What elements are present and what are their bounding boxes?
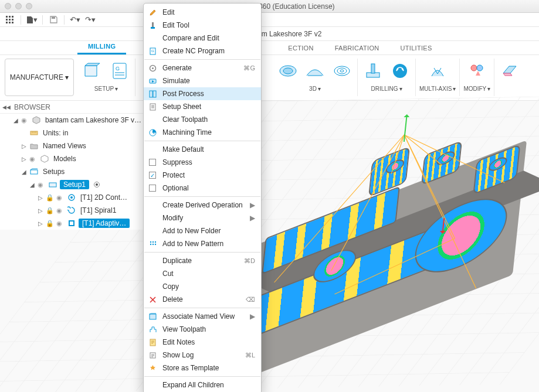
menu-item-modify[interactable]: Modify▶ — [144, 212, 261, 224]
menu-item-label: Copy — [162, 282, 255, 291]
blank-icon — [147, 114, 158, 125]
tab-fabrication[interactable]: FABRICATION — [324, 42, 390, 54]
undo-icon[interactable]: ↶▾ — [69, 14, 82, 26]
menu-item-machining-time[interactable]: Machining Time — [144, 126, 261, 139]
browser-op-2dcontour[interactable]: ▷ 🔒◉ [T1] 2D Cont… — [0, 191, 152, 204]
svg-text:G: G — [151, 49, 154, 53]
modify-icon[interactable] — [465, 59, 489, 83]
ribbon-group-multiaxis-label[interactable]: MULTI-AXIS ▾ — [419, 86, 456, 92]
menu-item-add-to-new-pattern[interactable]: Add to New Pattern — [144, 237, 261, 250]
svg-rect-5 — [12, 19, 13, 21]
redo-icon[interactable]: ↷▾ — [84, 14, 97, 26]
svg-rect-2 — [12, 16, 13, 18]
menu-item-label: Expand All Children — [162, 381, 255, 389]
active-setup-indicator[interactable] — [94, 182, 100, 188]
menu-item-view-toolpath[interactable]: View Toolpath — [144, 323, 261, 336]
menu-item-suppress[interactable]: Suppress — [144, 156, 261, 169]
menu-item-label: View Toolpath — [162, 325, 255, 333]
menu-item-create-nc-program[interactable]: GCreate NC Program — [144, 45, 261, 57]
svg-rect-35 — [152, 22, 154, 27]
notes-icon — [147, 337, 158, 347]
browser-named-views[interactable]: ▷ Named Views — [0, 139, 152, 152]
browser-op-adaptive[interactable]: ▷ 🔒◉ [T1] Adaptiv… — [0, 217, 152, 230]
browser-setups[interactable]: ◢ Setups — [0, 165, 152, 178]
menu-item-duplicate[interactable]: Duplicate⌘D — [144, 254, 261, 267]
menu-item-label: Modify — [162, 214, 245, 222]
app-grid-icon[interactable] — [4, 14, 16, 26]
browser-setup1[interactable]: ◢ ◉ Setup1 — [0, 178, 152, 191]
menu-item-label: Clear Toolpath — [162, 115, 255, 124]
tab-milling[interactable]: MILLING — [77, 40, 126, 54]
menu-item-setup-sheet[interactable]: Setup Sheet — [144, 100, 261, 113]
menu-item-compare-and-edit[interactable]: Compare and Edit — [144, 32, 261, 45]
svg-rect-4 — [9, 19, 11, 21]
menu-item-make-default[interactable]: Make Default — [144, 143, 261, 156]
menu-item-cut[interactable]: Cut — [144, 267, 261, 280]
quick-access-toolbar: ▾ ↶▾ ↷▾ — [0, 13, 539, 27]
svg-point-15 — [337, 68, 347, 74]
menu-separator — [144, 376, 260, 377]
menu-item-edit-notes[interactable]: Edit Notes — [144, 336, 261, 349]
nc-program-icon[interactable]: G — [108, 59, 131, 83]
menu-item-edit[interactable]: Edit — [144, 6, 261, 19]
menu-item-label: Suppress — [162, 158, 255, 166]
svg-line-24 — [394, 135, 466, 238]
menu-item-protect[interactable]: ✓Protect — [144, 169, 261, 182]
3d-op3-icon[interactable] — [330, 59, 354, 83]
play-icon — [147, 76, 158, 86]
blank-icon — [147, 157, 158, 168]
drill-icon[interactable] — [361, 59, 385, 83]
svg-rect-7 — [9, 22, 11, 23]
svg-rect-3 — [6, 19, 8, 21]
menu-item-associate-named-view[interactable]: Associate Named View▶ — [144, 310, 261, 323]
menu-accelerator: ⌫ — [246, 296, 255, 304]
blank-icon — [147, 281, 158, 292]
ribbon-group-drilling-label[interactable]: DRILLING ▾ — [371, 86, 402, 92]
ribbon-group-3d: 3D ▾ — [273, 55, 357, 92]
browser-root[interactable]: ◢◉ bantam cam Lakeshore 3F v… — [0, 114, 152, 127]
menu-item-optional[interactable]: Optional — [144, 182, 261, 195]
folder-icon — [29, 141, 39, 151]
menu-item-clear-toolpath[interactable]: Clear Toolpath — [144, 113, 261, 126]
hole-recognition-icon[interactable] — [388, 59, 412, 83]
menu-item-label: Associate Named View — [162, 312, 245, 321]
menu-item-label: Create NC Program — [162, 47, 255, 55]
file-menu-icon[interactable]: ▾ — [25, 14, 38, 26]
ribbon-group-extra — [494, 55, 525, 84]
eraser-icon[interactable] — [498, 59, 521, 83]
menu-item-label: Setup Sheet — [162, 103, 255, 111]
menu-item-copy[interactable]: Copy — [144, 280, 261, 293]
menu-item-post-process[interactable]: Post Process — [144, 87, 261, 100]
browser-op-spiral[interactable]: ▷ 🔒◉ [T1] Spiral1 — [0, 204, 152, 217]
browser-header[interactable]: ◀◀ BROWSER — [0, 101, 152, 114]
menu-item-expand-all-children[interactable]: Expand All Children — [144, 379, 261, 391]
save-icon[interactable] — [47, 14, 60, 26]
menu-item-show-log[interactable]: Show Log⌘L — [144, 349, 261, 362]
ribbon-group-modify-label[interactable]: MODIFY ▾ — [463, 86, 490, 92]
multiaxis-icon[interactable] — [426, 59, 449, 83]
context-menu: EditEdit ToolCompare and EditGCreate NC … — [143, 3, 262, 392]
browser-units[interactable]: Units: in — [0, 127, 152, 139]
clock-icon — [147, 127, 158, 138]
ribbon-group-3d-label[interactable]: 3D ▾ — [309, 86, 321, 92]
menu-item-add-to-new-folder[interactable]: Add to New Folder — [144, 224, 261, 237]
workspace-switcher[interactable]: MANUFACTURE ▾ — [5, 59, 74, 96]
3d-op2-icon[interactable] — [303, 59, 327, 83]
svg-point-51 — [154, 243, 155, 244]
ribbon-group-setup-label[interactable]: SETUP ▾ — [94, 86, 118, 92]
tab-section-truncated[interactable]: ECTION — [288, 42, 324, 54]
blank-icon — [147, 226, 158, 236]
menu-item-create-derived-operation[interactable]: Create Derived Operation▶ — [144, 199, 261, 212]
new-setup-icon[interactable] — [81, 59, 104, 83]
menu-item-store-as-template[interactable]: Store as Template — [144, 362, 261, 374]
menu-item-generate[interactable]: Generate⌘G — [144, 62, 261, 74]
menu-item-label: Make Default — [162, 145, 255, 154]
tab-utilities[interactable]: UTILITIES — [390, 42, 443, 54]
menu-item-edit-tool[interactable]: Edit Tool — [144, 19, 261, 32]
menu-accelerator: ⌘D — [244, 257, 255, 265]
svg-point-13 — [283, 68, 293, 74]
browser-models[interactable]: ▷◉ Models — [0, 152, 152, 165]
3d-op1-icon[interactable] — [276, 59, 300, 83]
menu-item-simulate[interactable]: Simulate — [144, 74, 261, 87]
menu-item-delete[interactable]: Delete⌫ — [144, 293, 261, 306]
